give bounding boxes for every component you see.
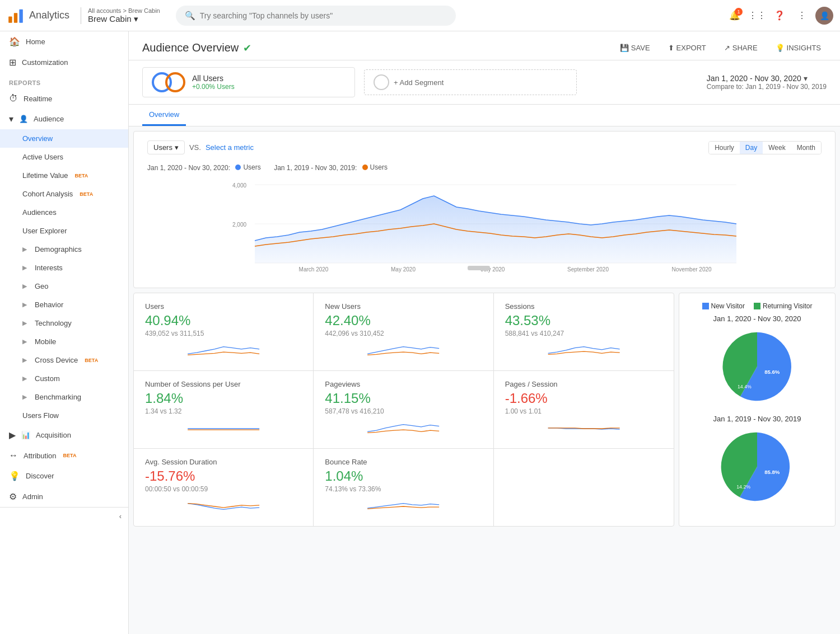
search-bar[interactable]: 🔍 (176, 6, 456, 26)
metric-card-pages-per-session: Pages / Session -1.66% 1.00 vs 1.01 (494, 371, 674, 449)
apps-button[interactable]: ⋮⋮ (748, 7, 766, 25)
sidebar-item-behavior[interactable]: ▶ Behavior (0, 295, 128, 314)
sidebar-item-mobile[interactable]: ▶ Mobile (0, 332, 128, 351)
sidebar-item-acquisition[interactable]: ▶ 📊 Acquisition (0, 425, 128, 445)
pie-chart-2019: 85.8% 14.2% (718, 428, 796, 506)
audience-person-icon: 👤 (19, 115, 28, 123)
add-segment[interactable]: + Add Segment (364, 69, 577, 95)
sidebar-item-user-explorer[interactable]: User Explorer (0, 222, 128, 240)
sidebar-item-custom[interactable]: ▶ Custom (0, 369, 128, 388)
sidebar-item-attribution[interactable]: ↔ Attribution BETA (0, 445, 128, 466)
metric-card-sessions-per-user: Number of Sessions per User 1.84% 1.34 v… (134, 371, 314, 449)
time-btn-week[interactable]: Week (763, 142, 791, 154)
sidebar-item-benchmarking[interactable]: ▶ Benchmarking (0, 388, 128, 406)
pie-chart1-wrap: 85.6% 14.4% (688, 327, 826, 406)
sidebar-audiences-label: Audiences (22, 208, 57, 217)
insights-button[interactable]: 💡 INSIGHTS (770, 40, 827, 55)
analytics-logo-icon (7, 7, 25, 25)
metric-card-bounce-rate: Bounce Rate 1.04% 74.13% vs 73.36% (314, 449, 493, 526)
pie-chart2-title: Jan 1, 2019 - Nov 30, 2019 (688, 415, 826, 423)
segment-circle-orange (165, 72, 185, 92)
sidebar-item-cross-device[interactable]: ▶ Cross Device BETA (0, 351, 128, 369)
sidebar-item-overview[interactable]: Overview (0, 129, 128, 148)
sparkline-pageviews (325, 420, 482, 438)
more-button[interactable]: ⋮ (793, 7, 811, 25)
account-name-dropdown[interactable]: Brew Cabin ▾ (88, 14, 160, 24)
export-icon: ⬆ (668, 44, 674, 52)
svg-text:85.8%: 85.8% (764, 469, 780, 475)
logo-area: Analytics (7, 7, 69, 25)
sidebar-item-home[interactable]: 🏠 Home (0, 31, 128, 52)
chart-slider[interactable] (468, 266, 490, 270)
pie-inner: New Visitor Returning Visitor Jan 1, 202… (679, 293, 836, 527)
add-segment-circle (374, 74, 389, 90)
help-button[interactable]: ❓ (771, 7, 788, 25)
date-range-main[interactable]: Jan 1, 2020 - Nov 30, 2020 ▾ (707, 74, 827, 83)
sidebar-cohort-label: Cohort Analysis (22, 190, 73, 198)
sidebar-benchmarking-label: Benchmarking (35, 393, 81, 401)
sidebar-cross-device-label: Cross Device (35, 356, 78, 364)
account-dropdown-arrow: ▾ (134, 14, 138, 24)
sidebar-item-active-users[interactable]: Active Users (0, 148, 128, 166)
segment-bar: All Users +0.00% Users + Add Segment Jan… (129, 60, 840, 105)
search-icon: 🔍 (185, 11, 195, 21)
sidebar-geo-label: Geo (35, 282, 49, 290)
attribution-beta: BETA (63, 453, 77, 458)
sparkline-bounce-rate (325, 497, 482, 515)
metrics-grid: Users 40.94% 439,052 vs 311,515 New User… (133, 293, 674, 527)
sidebar-item-demographics[interactable]: ▶ Demographics (0, 240, 128, 259)
sidebar-item-audience[interactable]: ▾ 👤 Audience (0, 109, 128, 129)
sidebar-item-users-flow[interactable]: Users Flow (0, 406, 128, 425)
sidebar-interests-label: Interests (35, 264, 63, 272)
time-btn-hourly[interactable]: Hourly (709, 142, 740, 154)
pie-chart-2020: 85.6% 14.4% (718, 327, 796, 406)
svg-text:14.2%: 14.2% (736, 484, 750, 490)
sidebar-custom-label: Custom (35, 374, 60, 383)
sparkline-sessions-per-user (145, 420, 302, 438)
save-icon: 💾 (620, 44, 629, 52)
sidebar-discover-label: Discover (26, 472, 54, 480)
sparkline-users (145, 342, 302, 360)
sidebar-collapse-button[interactable]: ‹ (0, 507, 128, 525)
sidebar-item-realtime[interactable]: ⏱ Realtime (0, 88, 128, 109)
sidebar-item-audiences[interactable]: Audiences (0, 203, 128, 222)
svg-text:4,000: 4,000 (232, 182, 246, 189)
sparkline-pages-session (505, 420, 662, 438)
share-button[interactable]: ↗ SHARE (718, 40, 763, 55)
sidebar-item-discover[interactable]: 💡 Discover (0, 466, 128, 486)
date-range-compare: Compare to: Jan 1, 2019 - Nov 30, 2019 (707, 83, 827, 91)
time-btn-month[interactable]: Month (791, 142, 821, 154)
sidebar-item-lifetime-value[interactable]: Lifetime Value BETA (0, 166, 128, 185)
notifications-button[interactable]: 🔔 1 (726, 7, 744, 25)
avatar[interactable]: 👤 (815, 7, 833, 25)
sidebar-item-admin[interactable]: ⚙ Admin (0, 486, 128, 507)
select-metric-link[interactable]: Select a metric (206, 143, 254, 152)
save-button[interactable]: 💾 SAVE (614, 40, 656, 55)
sidebar-item-cohort-analysis[interactable]: Cohort Analysis BETA (0, 185, 128, 203)
chart-legend: Jan 1, 2020 - Nov 30, 2020: Users Jan 1,… (147, 163, 822, 172)
content-area: Audience Overview ✔ 💾 SAVE ⬆ EXPORT ↗ SH… (129, 31, 840, 634)
search-input[interactable] (200, 11, 447, 20)
interests-chevron: ▶ (22, 264, 27, 271)
svg-text:September 2020: September 2020 (567, 266, 609, 273)
metric-card-users: Users 40.94% 439,052 vs 311,515 (134, 293, 314, 371)
sidebar-item-technology[interactable]: ▶ Technology (0, 314, 128, 332)
technology-chevron: ▶ (22, 320, 27, 327)
export-button[interactable]: ⬆ EXPORT (662, 40, 712, 55)
sidebar-item-customization[interactable]: ⊞ Customization (0, 52, 128, 73)
all-users-segment: All Users +0.00% Users (142, 67, 355, 97)
new-visitor-color (702, 303, 709, 309)
sidebar-item-geo[interactable]: ▶ Geo (0, 277, 128, 295)
time-btn-day[interactable]: Day (740, 142, 763, 154)
metric-select[interactable]: Users ▾ (147, 140, 185, 154)
svg-text:85.6%: 85.6% (764, 369, 780, 375)
tab-overview[interactable]: Overview (142, 105, 186, 126)
geo-chevron: ▶ (22, 283, 27, 290)
right-panel: New Visitor Returning Visitor Jan 1, 202… (679, 293, 836, 527)
series1-dot (235, 165, 241, 170)
help-icon: ❓ (774, 10, 785, 21)
reports-section-label: REPORTS (0, 73, 128, 88)
sidebar-item-interests[interactable]: ▶ Interests (0, 259, 128, 277)
sidebar-home-label: Home (26, 37, 45, 46)
app-name: Analytics (29, 10, 69, 21)
